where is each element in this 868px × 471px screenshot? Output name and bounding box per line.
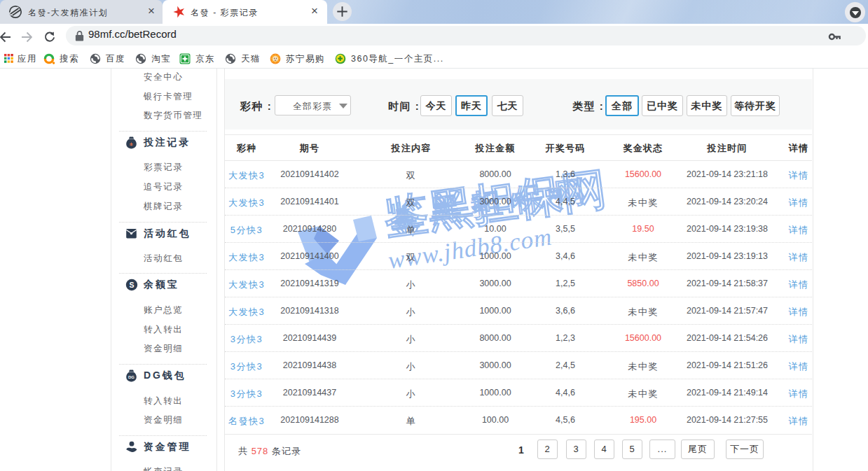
svg-text:S: S [129, 281, 134, 289]
svg-text:DG: DG [128, 375, 135, 379]
